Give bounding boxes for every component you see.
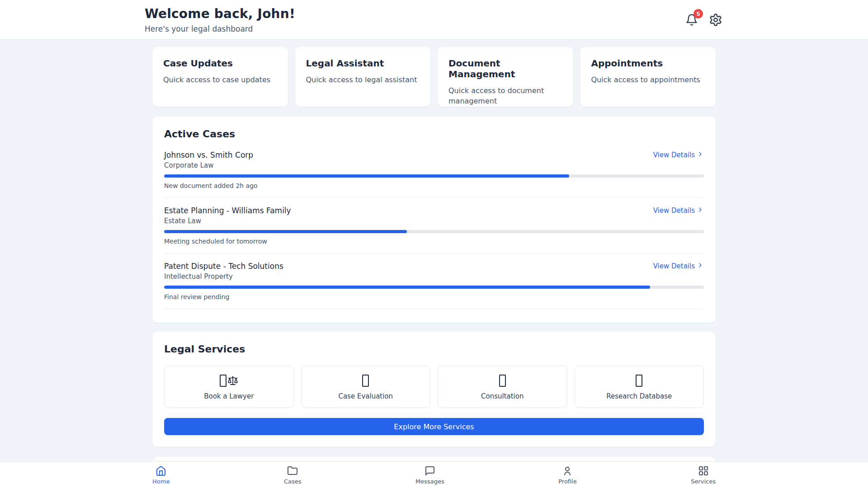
notifications-button[interactable]: 5 — [684, 13, 699, 27]
quick-card-document-management[interactable]: Document Management Quick access to docu… — [438, 47, 573, 107]
case-status: Meeting scheduled for tomorrow — [164, 238, 704, 245]
legal-services-section: Legal Services Book a Lawyer Case Evalua… — [152, 332, 716, 447]
service-tile-research-database[interactable]: Research Database — [575, 366, 704, 408]
view-details-link[interactable]: View Details — [653, 206, 704, 215]
missing-glyph-icon — [636, 373, 642, 388]
case-type: Intellectual Property — [164, 272, 704, 281]
nav-item-cases[interactable]: Cases — [284, 465, 302, 485]
case-progress-bar — [164, 230, 704, 233]
explore-more-services-button[interactable]: Explore More Services — [164, 418, 704, 435]
nav-label: Messages — [415, 478, 444, 485]
nav-item-services[interactable]: Services — [691, 465, 716, 485]
service-label: Research Database — [606, 392, 672, 400]
missing-glyph-icon — [499, 373, 506, 388]
quick-card-title: Case Updates — [163, 58, 277, 69]
quick-card-appointments[interactable]: Appointments Quick access to appointment… — [580, 47, 716, 107]
case-row: Patent Dispute - Tech Solutions View Det… — [164, 262, 704, 309]
header-actions: 5 — [684, 12, 723, 28]
case-status: Final review pending — [164, 293, 704, 300]
nav-item-profile[interactable]: Profile — [558, 465, 576, 485]
quick-card-title: Appointments — [591, 58, 705, 69]
view-details-link[interactable]: View Details — [653, 150, 704, 160]
quick-card-description: Quick access to legal assistant — [306, 75, 420, 85]
service-label: Case Evaluation — [338, 392, 393, 400]
case-name: Patent Dispute - Tech Solutions — [164, 262, 283, 271]
service-label: Book a Lawyer — [204, 392, 254, 400]
case-row: Estate Planning - Williams Family View D… — [164, 206, 704, 253]
service-tile-consultation[interactable]: Consultation — [438, 366, 567, 408]
view-details-link[interactable]: View Details — [653, 262, 704, 271]
page-title: Welcome back, John! — [145, 6, 295, 21]
nav-label: Cases — [284, 478, 302, 485]
app-header: Welcome back, John! Here's your legal da… — [0, 0, 868, 40]
quick-card-case-updates[interactable]: Case Updates Quick access to case update… — [152, 47, 288, 107]
nav-item-messages[interactable]: Messages — [415, 465, 444, 485]
quick-access-grid: Case Updates Quick access to case update… — [152, 47, 716, 107]
quick-card-title: Document Management — [448, 58, 562, 80]
case-status: New document added 2h ago — [164, 182, 704, 189]
case-type: Corporate Law — [164, 161, 704, 169]
legal-services-title: Legal Services — [164, 343, 704, 355]
settings-button[interactable] — [708, 12, 723, 28]
chevron-right-icon — [697, 206, 704, 215]
case-progress-fill — [164, 174, 569, 178]
home-icon — [156, 465, 166, 476]
view-details-label: View Details — [653, 151, 695, 159]
case-name: Estate Planning - Williams Family — [164, 206, 291, 215]
case-progress-bar — [164, 174, 704, 178]
chevron-right-icon — [697, 262, 704, 271]
active-cases-title: Active Cases — [164, 128, 704, 140]
missing-glyph-scales-icon — [220, 373, 238, 388]
folder-icon — [287, 465, 298, 476]
case-progress-fill — [164, 286, 650, 289]
notification-badge: 5 — [693, 9, 703, 19]
quick-card-title: Legal Assistant — [306, 58, 420, 69]
gear-icon — [709, 13, 722, 27]
grid-icon — [698, 465, 709, 476]
service-tile-book-a-lawyer[interactable]: Book a Lawyer — [164, 366, 294, 408]
missing-glyph-icon — [362, 373, 369, 388]
nav-label: Home — [152, 478, 170, 485]
quick-card-description: Quick access to appointments — [591, 75, 705, 85]
view-details-label: View Details — [653, 206, 695, 215]
nav-label: Services — [691, 478, 716, 485]
case-progress-bar — [164, 286, 704, 289]
quick-card-description: Quick access to case updates — [163, 75, 277, 85]
service-tile-case-evaluation[interactable]: Case Evaluation — [301, 366, 431, 408]
case-row: Johnson vs. Smith Corp View Details Corp… — [164, 150, 704, 198]
nav-label: Profile — [558, 478, 576, 485]
chevron-right-icon — [697, 150, 704, 160]
view-details-label: View Details — [653, 262, 695, 270]
quick-card-legal-assistant[interactable]: Legal Assistant Quick access to legal as… — [295, 47, 431, 107]
case-name: Johnson vs. Smith Corp — [164, 150, 253, 160]
main-content: Case Updates Quick access to case update… — [152, 40, 716, 488]
active-cases-section: Active Cases Johnson vs. Smith Corp View… — [152, 117, 716, 323]
case-type: Estate Law — [164, 217, 704, 225]
message-icon — [425, 465, 435, 476]
nav-item-home[interactable]: Home — [152, 465, 170, 485]
services-grid: Book a Lawyer Case Evaluation Consultati… — [164, 366, 704, 408]
quick-card-description: Quick access to document management — [448, 85, 562, 106]
case-progress-fill — [164, 230, 407, 233]
profile-icon — [562, 465, 573, 476]
bottom-nav: Home Cases Messages — [0, 461, 868, 488]
page-subtitle: Here's your legal dashboard — [145, 24, 295, 33]
header-text-block: Welcome back, John! Here's your legal da… — [145, 6, 295, 33]
service-label: Consultation — [481, 392, 524, 400]
